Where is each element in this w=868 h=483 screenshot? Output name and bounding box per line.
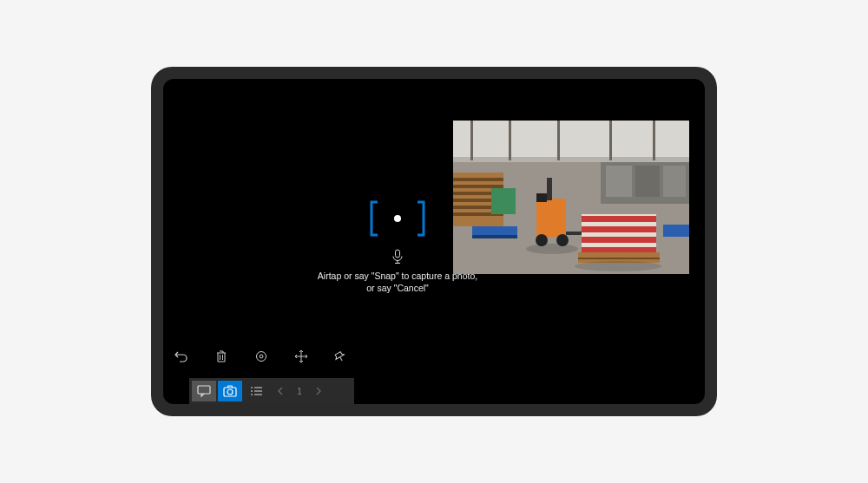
next-page-button[interactable] [313,386,324,396]
svg-rect-49 [254,390,262,391]
chevron-left-icon [277,387,284,395]
move-button[interactable] [293,349,309,364]
svg-point-39 [526,244,578,254]
svg-rect-24 [472,235,517,238]
svg-rect-17 [453,185,503,188]
undo-icon [174,349,188,363]
delete-button[interactable] [214,349,229,364]
microphone-icon [391,249,404,264]
move-icon [294,349,308,363]
svg-rect-16 [453,178,503,181]
svg-rect-32 [582,216,656,222]
svg-rect-8 [557,121,560,160]
svg-rect-13 [635,166,660,197]
settings-button[interactable] [253,349,269,364]
bracket-left-icon [368,200,380,237]
svg-rect-25 [536,199,566,237]
svg-point-40 [575,261,661,271]
svg-rect-12 [606,166,632,197]
svg-rect-0 [396,250,400,258]
svg-rect-26 [536,193,547,202]
svg-rect-35 [582,247,656,252]
camera-button[interactable] [218,381,242,401]
photo-preview[interactable] [453,121,689,274]
svg-rect-37 [578,258,660,259]
svg-point-41 [257,352,266,362]
screen: Airtap or say "Snap" to capture a photo,… [163,79,705,404]
chat-icon [197,385,211,397]
svg-rect-6 [470,121,473,160]
svg-rect-14 [663,166,686,197]
svg-rect-22 [491,188,516,214]
svg-rect-51 [254,394,262,395]
svg-rect-47 [254,387,262,388]
svg-rect-10 [653,121,655,160]
device-frame: Airtap or say "Snap" to capture a photo,… [151,67,717,416]
page-nav: 1 [275,386,324,396]
svg-point-46 [251,387,253,388]
reticle-dot-icon [394,215,401,222]
page-number: 1 [294,387,305,396]
bottom-bar: 1 [189,378,354,404]
svg-rect-7 [509,121,511,160]
settings-icon [254,349,268,363]
delete-icon [215,349,227,363]
list-button[interactable] [244,381,268,401]
svg-point-45 [227,389,233,395]
svg-rect-27 [547,178,552,200]
svg-rect-33 [582,226,656,232]
svg-point-50 [251,394,253,395]
svg-point-48 [251,390,253,392]
toolbar [174,349,349,364]
svg-rect-9 [609,121,612,160]
capture-reticle[interactable] [368,200,427,237]
svg-point-42 [260,355,263,358]
prev-page-button[interactable] [275,386,286,396]
chevron-right-icon [315,387,322,395]
svg-rect-34 [582,237,656,243]
chat-button[interactable] [192,381,216,401]
list-icon [250,386,262,396]
svg-rect-38 [663,225,689,237]
pin-button[interactable] [333,349,349,364]
svg-rect-43 [198,386,210,394]
pin-icon [334,350,348,362]
camera-icon [223,385,237,397]
undo-button[interactable] [174,349,189,364]
bracket-right-icon [415,200,427,237]
